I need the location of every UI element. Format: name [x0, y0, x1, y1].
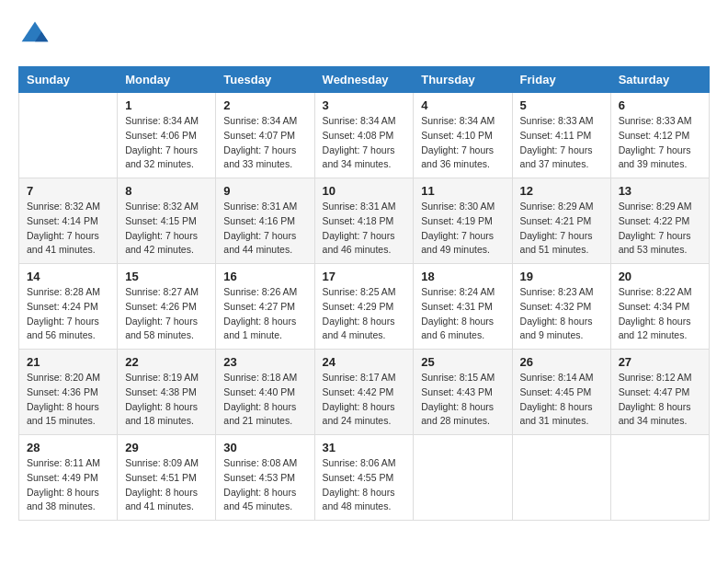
day-detail: Sunrise: 8:31 AMSunset: 4:16 PMDaylight:…: [223, 200, 306, 258]
day-detail: Sunrise: 8:32 AMSunset: 4:15 PMDaylight:…: [125, 200, 208, 258]
calendar-cell: 12 Sunrise: 8:29 AMSunset: 4:21 PMDaylig…: [512, 178, 610, 264]
day-detail: Sunrise: 8:23 AMSunset: 4:32 PMDaylight:…: [520, 285, 603, 343]
calendar-week-row: 28 Sunrise: 8:11 AMSunset: 4:49 PMDaylig…: [19, 435, 710, 521]
day-number: 1: [125, 98, 208, 112]
day-number: 2: [223, 98, 306, 112]
day-detail: Sunrise: 8:20 AMSunset: 4:36 PMDaylight:…: [27, 371, 109, 429]
calendar-cell: [414, 435, 512, 521]
col-header-friday: Friday: [512, 67, 610, 93]
day-number: 7: [27, 184, 109, 198]
calendar-week-row: 21 Sunrise: 8:20 AMSunset: 4:36 PMDaylig…: [19, 350, 710, 435]
calendar-cell: 2 Sunrise: 8:34 AMSunset: 4:07 PMDayligh…: [216, 93, 314, 178]
day-detail: Sunrise: 8:34 AMSunset: 4:08 PMDaylight:…: [323, 114, 406, 172]
calendar-cell: 25 Sunrise: 8:15 AMSunset: 4:43 PMDaylig…: [414, 350, 512, 435]
day-detail: Sunrise: 8:28 AMSunset: 4:24 PMDaylight:…: [27, 285, 109, 343]
day-detail: Sunrise: 8:34 AMSunset: 4:06 PMDaylight:…: [125, 114, 208, 172]
day-detail: Sunrise: 8:34 AMSunset: 4:07 PMDaylight:…: [223, 114, 306, 172]
calendar-cell: 7 Sunrise: 8:32 AMSunset: 4:14 PMDayligh…: [19, 178, 118, 264]
day-number: 18: [421, 270, 504, 283]
logo-icon: [18, 18, 51, 52]
day-detail: Sunrise: 8:06 AMSunset: 4:55 PMDaylight:…: [323, 456, 406, 514]
calendar-cell: 8 Sunrise: 8:32 AMSunset: 4:15 PMDayligh…: [118, 178, 216, 264]
calendar-cell: 10 Sunrise: 8:31 AMSunset: 4:18 PMDaylig…: [314, 178, 414, 264]
calendar-week-row: 7 Sunrise: 8:32 AMSunset: 4:14 PMDayligh…: [19, 178, 710, 264]
calendar-cell: 14 Sunrise: 8:28 AMSunset: 4:24 PMDaylig…: [19, 264, 118, 350]
calendar-cell: 16 Sunrise: 8:26 AMSunset: 4:27 PMDaylig…: [216, 264, 314, 350]
day-detail: Sunrise: 8:26 AMSunset: 4:27 PMDaylight:…: [223, 285, 306, 343]
calendar-cell: 30 Sunrise: 8:08 AMSunset: 4:53 PMDaylig…: [216, 435, 314, 521]
day-detail: Sunrise: 8:14 AMSunset: 4:45 PMDaylight:…: [520, 371, 603, 429]
col-header-thursday: Thursday: [414, 67, 512, 93]
calendar-cell: 31 Sunrise: 8:06 AMSunset: 4:55 PMDaylig…: [314, 435, 414, 521]
calendar-cell: 6 Sunrise: 8:33 AMSunset: 4:12 PMDayligh…: [610, 93, 709, 178]
day-number: 8: [125, 184, 208, 198]
calendar-header-row: SundayMondayTuesdayWednesdayThursdayFrid…: [19, 67, 710, 93]
col-header-monday: Monday: [118, 67, 216, 93]
day-number: 16: [223, 270, 306, 283]
calendar-cell: 23 Sunrise: 8:18 AMSunset: 4:40 PMDaylig…: [216, 350, 314, 435]
calendar-cell: 18 Sunrise: 8:24 AMSunset: 4:31 PMDaylig…: [414, 264, 512, 350]
day-number: 12: [520, 184, 603, 198]
day-number: 26: [520, 355, 603, 369]
day-number: 13: [619, 184, 701, 198]
day-number: 20: [619, 270, 701, 283]
calendar-cell: 3 Sunrise: 8:34 AMSunset: 4:08 PMDayligh…: [314, 93, 414, 178]
day-number: 19: [520, 270, 603, 283]
calendar-cell: 21 Sunrise: 8:20 AMSunset: 4:36 PMDaylig…: [19, 350, 118, 435]
day-number: 4: [421, 98, 504, 112]
page-header: [18, 18, 710, 52]
calendar-cell: 27 Sunrise: 8:12 AMSunset: 4:47 PMDaylig…: [610, 350, 709, 435]
day-detail: Sunrise: 8:15 AMSunset: 4:43 PMDaylight:…: [421, 371, 504, 429]
calendar-cell: 4 Sunrise: 8:34 AMSunset: 4:10 PMDayligh…: [414, 93, 512, 178]
calendar-cell: [610, 435, 709, 521]
col-header-saturday: Saturday: [610, 67, 709, 93]
day-detail: Sunrise: 8:30 AMSunset: 4:19 PMDaylight:…: [421, 200, 504, 258]
logo: [18, 18, 55, 52]
day-number: 28: [27, 441, 109, 454]
day-number: 21: [27, 355, 109, 369]
calendar-week-row: 14 Sunrise: 8:28 AMSunset: 4:24 PMDaylig…: [19, 264, 710, 350]
day-detail: Sunrise: 8:12 AMSunset: 4:47 PMDaylight:…: [619, 371, 701, 429]
day-detail: Sunrise: 8:32 AMSunset: 4:14 PMDaylight:…: [27, 200, 109, 258]
day-detail: Sunrise: 8:11 AMSunset: 4:49 PMDaylight:…: [27, 456, 109, 514]
col-header-sunday: Sunday: [19, 67, 118, 93]
day-detail: Sunrise: 8:31 AMSunset: 4:18 PMDaylight:…: [323, 200, 406, 258]
day-number: 31: [323, 441, 406, 454]
calendar-cell: 22 Sunrise: 8:19 AMSunset: 4:38 PMDaylig…: [118, 350, 216, 435]
calendar-cell: 19 Sunrise: 8:23 AMSunset: 4:32 PMDaylig…: [512, 264, 610, 350]
day-detail: Sunrise: 8:29 AMSunset: 4:22 PMDaylight:…: [619, 200, 701, 258]
day-number: 15: [125, 270, 208, 283]
calendar-week-row: 1 Sunrise: 8:34 AMSunset: 4:06 PMDayligh…: [19, 93, 710, 178]
day-detail: Sunrise: 8:08 AMSunset: 4:53 PMDaylight:…: [223, 456, 306, 514]
calendar-cell: [19, 93, 118, 178]
day-detail: Sunrise: 8:34 AMSunset: 4:10 PMDaylight:…: [421, 114, 504, 172]
day-detail: Sunrise: 8:18 AMSunset: 4:40 PMDaylight:…: [223, 371, 306, 429]
day-number: 22: [125, 355, 208, 369]
calendar-cell: 26 Sunrise: 8:14 AMSunset: 4:45 PMDaylig…: [512, 350, 610, 435]
day-detail: Sunrise: 8:24 AMSunset: 4:31 PMDaylight:…: [421, 285, 504, 343]
day-number: 24: [323, 355, 406, 369]
calendar-cell: 13 Sunrise: 8:29 AMSunset: 4:22 PMDaylig…: [610, 178, 709, 264]
day-detail: Sunrise: 8:25 AMSunset: 4:29 PMDaylight:…: [323, 285, 406, 343]
day-number: 3: [323, 98, 406, 112]
day-number: 25: [421, 355, 504, 369]
col-header-tuesday: Tuesday: [216, 67, 314, 93]
day-detail: Sunrise: 8:19 AMSunset: 4:38 PMDaylight:…: [125, 371, 208, 429]
col-header-wednesday: Wednesday: [314, 67, 414, 93]
day-number: 29: [125, 441, 208, 454]
calendar-cell: 5 Sunrise: 8:33 AMSunset: 4:11 PMDayligh…: [512, 93, 610, 178]
calendar-cell: 28 Sunrise: 8:11 AMSunset: 4:49 PMDaylig…: [19, 435, 118, 521]
day-detail: Sunrise: 8:22 AMSunset: 4:34 PMDaylight:…: [619, 285, 701, 343]
day-number: 27: [619, 355, 701, 369]
day-number: 17: [323, 270, 406, 283]
day-number: 5: [520, 98, 603, 112]
day-detail: Sunrise: 8:27 AMSunset: 4:26 PMDaylight:…: [125, 285, 208, 343]
day-number: 11: [421, 184, 504, 198]
day-detail: Sunrise: 8:09 AMSunset: 4:51 PMDaylight:…: [125, 456, 208, 514]
calendar-cell: 11 Sunrise: 8:30 AMSunset: 4:19 PMDaylig…: [414, 178, 512, 264]
calendar-cell: 24 Sunrise: 8:17 AMSunset: 4:42 PMDaylig…: [314, 350, 414, 435]
calendar-table: SundayMondayTuesdayWednesdayThursdayFrid…: [18, 66, 710, 521]
day-number: 6: [619, 98, 701, 112]
day-detail: Sunrise: 8:33 AMSunset: 4:11 PMDaylight:…: [520, 114, 603, 172]
calendar-cell: 15 Sunrise: 8:27 AMSunset: 4:26 PMDaylig…: [118, 264, 216, 350]
